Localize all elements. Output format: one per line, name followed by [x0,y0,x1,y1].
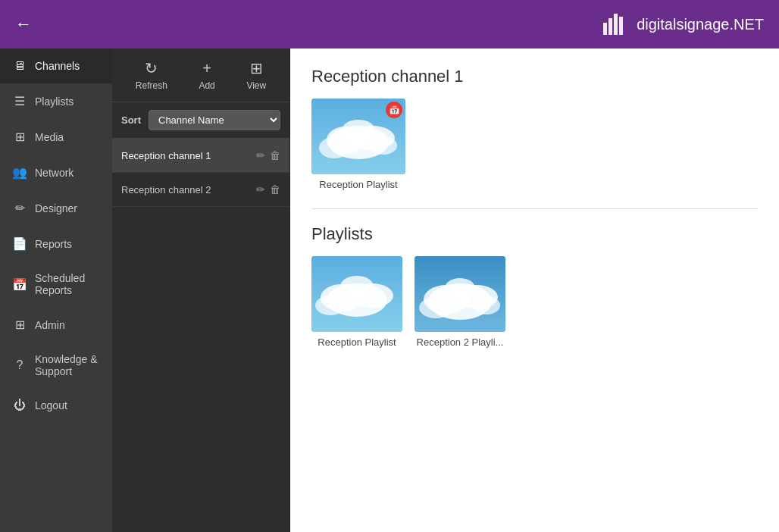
add-button[interactable]: + Add [199,60,214,91]
reports-icon: 📄 [12,236,27,251]
logo-text: digitalsignage.NET [637,16,764,33]
sidebar-item-logout[interactable]: ⏻ Logout [0,388,112,423]
sidebar: 🖥 Channels ☰ Playlists ⊞ Media 👥 Network… [0,49,112,532]
svg-point-21 [419,297,452,318]
channel-list-item[interactable]: Reception channel 1 ✏ 🗑 [112,139,289,173]
channel-sort-bar: Sort Channel Name Date Created Date Modi… [112,102,289,139]
svg-point-9 [370,136,397,155]
section-divider [311,208,758,209]
sidebar-label-scheduled-reports: Scheduled Reports [35,272,100,296]
view-label: View [246,80,266,91]
edit-icon[interactable]: ✏ [256,149,265,161]
playlist-name-1: Reception Playlist [318,336,396,348]
svg-rect-2 [614,14,618,35]
sidebar-label-network: Network [35,167,74,179]
playlists-icon: ☰ [12,94,27,108]
refresh-button[interactable]: ↻ Refresh [136,59,167,91]
add-label: Add [199,80,214,91]
channel-toolbar: ↻ Refresh + Add ⊞ View [112,49,289,102]
logout-icon: ⏻ [12,399,27,412]
sidebar-label-channels: Channels [35,60,80,72]
monitor-icon: 🖥 [12,59,27,73]
network-icon: 👥 [12,165,27,180]
delete-icon[interactable]: 🗑 [270,149,280,161]
cloud-image-2 [415,256,505,332]
svg-point-8 [319,137,349,158]
admin-icon: ⊞ [12,318,27,332]
sidebar-item-scheduled-reports[interactable]: 📅 Scheduled Reports [0,261,112,307]
sidebar-item-designer[interactable]: ✏ Designer [0,190,112,226]
view-icon: ⊞ [250,59,263,77]
playlists-section-title: Playlists [311,224,758,244]
channel-list-item[interactable]: Reception channel 2 ✏ 🗑 [112,173,289,207]
svg-rect-0 [603,23,607,35]
sidebar-item-playlists[interactable]: ☰ Playlists [0,83,112,119]
designer-icon: ✏ [12,201,27,215]
view-button[interactable]: ⊞ View [246,59,266,91]
channel-item-actions: ✏ 🗑 [256,149,280,161]
refresh-icon: ↻ [145,59,158,77]
main-layout: 🖥 Channels ☰ Playlists ⊞ Media 👥 Network… [0,49,779,532]
sidebar-label-media: Media [35,131,64,143]
add-icon: + [202,60,211,77]
svg-point-23 [445,278,475,298]
edit-icon[interactable]: ✏ [256,183,265,196]
header: ← digitalsignage.NET [0,0,779,49]
svg-point-10 [342,120,375,141]
svg-point-16 [340,276,374,297]
channel-item-actions: ✏ 🗑 [256,183,280,196]
scheduled-reports-icon: 📅 [12,277,27,292]
sort-label: Sort [121,114,141,126]
sidebar-item-knowledge[interactable]: ? Knowledge & Support [0,343,112,388]
playlist-thumb-2 [415,256,505,332]
channel-playlist-name: Reception Playlist [319,179,397,190]
channel-title: Reception channel 1 [311,67,758,86]
channel-playlist-row: 📅 Reception Playlist [311,99,758,190]
playlist-thumb-1 [311,256,402,332]
logo-icon [602,11,629,38]
media-icon: ⊞ [12,130,27,144]
sidebar-item-reports[interactable]: 📄 Reports [0,226,112,261]
sidebar-item-network[interactable]: 👥 Network [0,155,112,190]
refresh-label: Refresh [136,80,167,91]
sort-select[interactable]: Channel Name Date Created Date Modified [149,110,280,130]
sidebar-label-reports: Reports [35,238,72,250]
channel-playlist-card[interactable]: 📅 Reception Playlist [311,99,405,190]
sidebar-label-admin: Admin [35,319,65,331]
channel-item-name: Reception channel 2 [121,184,256,196]
cloud-image-1 [311,256,402,332]
channel-item-name: Reception channel 1 [121,150,256,161]
svg-point-15 [315,296,346,315]
sidebar-label-playlists: Playlists [35,95,74,108]
sidebar-item-admin[interactable]: ⊞ Admin [0,307,112,343]
main-content: Reception channel 1 [290,49,779,532]
channel-playlist-thumb: 📅 [311,99,405,174]
playlist-card-1[interactable]: Reception Playlist [311,256,402,348]
delete-icon[interactable]: 🗑 [270,183,280,196]
channel-panel: ↻ Refresh + Add ⊞ View Sort Channel Name… [112,49,290,532]
sidebar-label-logout: Logout [35,399,67,412]
svg-rect-1 [608,18,612,35]
playlists-row: Reception Playlist [311,256,758,348]
calendar-badge: 📅 [386,102,402,118]
back-button[interactable]: ← [15,14,32,34]
sidebar-item-media[interactable]: ⊞ Media [0,119,112,155]
app-logo: digitalsignage.NET [602,11,764,38]
playlist-name-2: Reception 2 Playli... [417,336,504,348]
playlist-card-2[interactable]: Reception 2 Playli... [415,256,505,348]
sidebar-label-designer: Designer [35,202,77,214]
channel-list: Reception channel 1 ✏ 🗑 Reception channe… [112,139,289,532]
sidebar-label-knowledge: Knowledge & Support [35,353,100,377]
svg-point-22 [473,296,500,315]
svg-rect-3 [619,17,623,35]
sidebar-item-channels[interactable]: 🖥 Channels [0,49,112,83]
knowledge-icon: ? [12,358,27,372]
